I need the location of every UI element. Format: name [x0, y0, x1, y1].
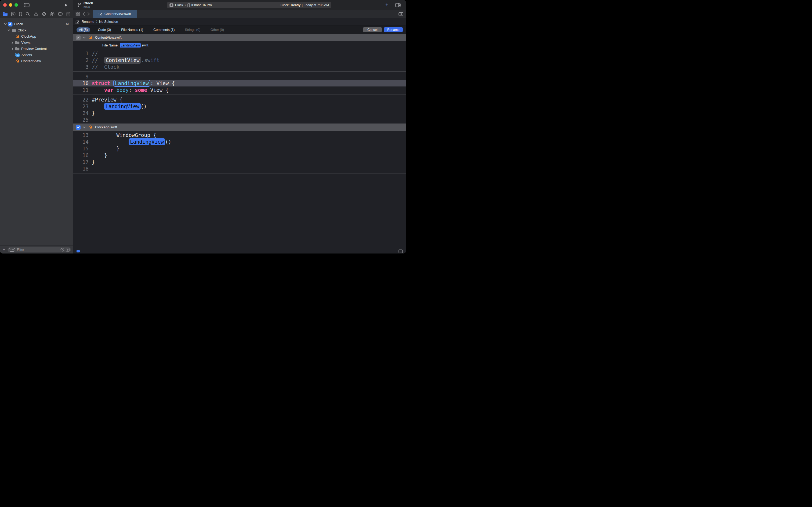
add-item-button[interactable]: +: [3, 247, 5, 251]
file-include-checkbox[interactable]: [76, 36, 80, 40]
token: [92, 103, 104, 109]
tab-label: ContentView.swift: [105, 12, 131, 16]
filter-options-icon[interactable]: [9, 248, 15, 251]
rename-occurrence[interactable]: LandingView: [104, 103, 141, 110]
zoom-window-button[interactable]: [14, 3, 18, 7]
line-number: 3: [73, 64, 89, 70]
editor-bottom-bar: [73, 249, 406, 253]
recent-files-icon[interactable]: [60, 248, 64, 251]
rename-occurrence[interactable]: LandingView: [113, 80, 151, 87]
scope-tab-all[interactable]: All (5): [76, 27, 90, 32]
chevron-down-icon[interactable]: [7, 29, 11, 31]
status-state: Ready: [291, 3, 300, 7]
filter-field[interactable]: Filter: [7, 247, 71, 252]
bookmarks-icon[interactable]: [19, 12, 22, 16]
file-name-input[interactable]: LandingView: [120, 43, 140, 48]
file-name: ContentView.swift: [95, 36, 121, 40]
sidebar-item-label: ContentView: [21, 59, 41, 63]
go-forward-icon[interactable]: [88, 12, 90, 16]
project-title: Clock: [83, 1, 93, 5]
breakpoints-icon[interactable]: [58, 12, 63, 16]
issues-icon[interactable]: [34, 12, 39, 16]
branch-name: main: [83, 5, 93, 9]
code-text: WindowGroup {: [92, 132, 156, 138]
sidebar-item-assets[interactable]: Assets: [0, 52, 73, 58]
token: // Clock: [92, 64, 119, 70]
code-text: struct LandingView: View {: [92, 80, 175, 86]
token: struct: [92, 80, 113, 86]
add-filter-icon[interactable]: [66, 248, 69, 251]
find-icon[interactable]: [25, 12, 30, 16]
file-section-header[interactable]: ClockApp.swift: [73, 123, 406, 131]
sidebar-item-clock[interactable]: Clock: [0, 27, 73, 33]
token: (): [141, 103, 147, 109]
toggle-sidebar-icon[interactable]: [24, 3, 30, 7]
sidebar-item-clockapp[interactable]: ClockApp: [0, 33, 73, 40]
token: }: [92, 146, 119, 152]
scheme-name[interactable]: Clock: [175, 3, 183, 7]
rename-occurrence[interactable]: ContentView: [104, 57, 141, 64]
line-number: 22: [73, 97, 89, 103]
toggle-inspector-icon[interactable]: [395, 3, 401, 7]
file-name-label: File Name:: [102, 44, 118, 47]
token: View {: [147, 87, 169, 93]
token: .swift: [141, 57, 160, 63]
breadcrumb-tool[interactable]: Rename: [81, 20, 94, 23]
run-destination[interactable]: iPhone 16 Pro: [191, 3, 212, 7]
swift-icon: [15, 35, 19, 39]
traffic-lights: [3, 3, 18, 7]
chevron-down-icon[interactable]: [3, 23, 7, 25]
sidebar-item-clock[interactable]: ClockM: [0, 21, 73, 27]
breakpoint-indicator-icon[interactable]: [76, 250, 80, 252]
empty-editor-area: [73, 174, 406, 249]
file-section-header[interactable]: ContentView.swift: [73, 34, 406, 41]
rename-button[interactable]: Rename: [384, 27, 403, 32]
scope-tab-file[interactable]: File Names (1): [119, 27, 146, 32]
line-number: 10: [73, 80, 89, 86]
minimize-window-button[interactable]: [9, 3, 12, 7]
tests-icon[interactable]: [42, 11, 47, 16]
sidebar-item-preview-content[interactable]: Preview Content: [0, 46, 73, 52]
scope-tab-code[interactable]: Code (3): [96, 27, 114, 32]
line-number: 2: [73, 57, 89, 63]
source-control-icon[interactable]: [11, 12, 15, 16]
activity-status-bar[interactable]: Clock 〉 iPhone 16 Pro Clock: Ready | Tod…: [167, 2, 331, 8]
sidebar-item-label: Assets: [21, 53, 32, 57]
run-button[interactable]: [64, 3, 68, 7]
sidebar-item-views[interactable]: Views: [0, 40, 73, 46]
chevron-right-icon[interactable]: [11, 41, 14, 44]
app-icon: [8, 22, 13, 26]
tab-contentview-swift[interactable]: ContentView.swift: [93, 10, 137, 18]
breadcrumb-selection[interactable]: No Selection: [99, 20, 118, 23]
line-number: 18: [73, 166, 89, 172]
go-back-icon[interactable]: [82, 12, 85, 16]
split-editor-icon[interactable]: [399, 12, 403, 16]
editor-area: Clock main Clock 〉 iPhone 16 Pro Clock: …: [73, 0, 406, 253]
sidebar-item-label: ClockApp: [21, 35, 36, 39]
reports-icon[interactable]: [66, 12, 70, 16]
cancel-button[interactable]: Cancel: [363, 27, 382, 32]
code-text: LandingView(): [92, 139, 171, 145]
token: #Preview {: [92, 97, 122, 103]
chevron-right-icon[interactable]: [11, 48, 14, 50]
rename-mode-icon: [75, 19, 80, 24]
editor-overview-icon[interactable]: [75, 12, 80, 16]
chevron-down-icon[interactable]: [83, 37, 85, 39]
code-line: 16 }: [73, 152, 406, 158]
chevron-down-icon[interactable]: [83, 126, 85, 128]
project-navigator-icon[interactable]: [3, 12, 8, 16]
token: //: [92, 57, 104, 63]
code-line: 25: [73, 116, 406, 123]
add-editor-tab-button[interactable]: +: [385, 2, 388, 7]
jump-bar: Rename 〉 No Selection: [73, 18, 406, 25]
line-number: 15: [73, 146, 89, 152]
file-include-checkbox[interactable]: [76, 125, 80, 130]
sidebar-item-contentview[interactable]: ContentView: [0, 58, 73, 64]
toggle-debug-area-icon[interactable]: [399, 249, 403, 253]
rename-occurrence[interactable]: LandingView: [129, 138, 165, 145]
scope-tab-comments[interactable]: Comments (1): [151, 27, 177, 32]
scheme-block[interactable]: Clock main: [77, 1, 93, 8]
close-window-button[interactable]: [3, 3, 7, 7]
debug-icon[interactable]: [50, 12, 55, 16]
build-status: Clock: Ready | Today at 7:05 AM: [281, 3, 329, 7]
